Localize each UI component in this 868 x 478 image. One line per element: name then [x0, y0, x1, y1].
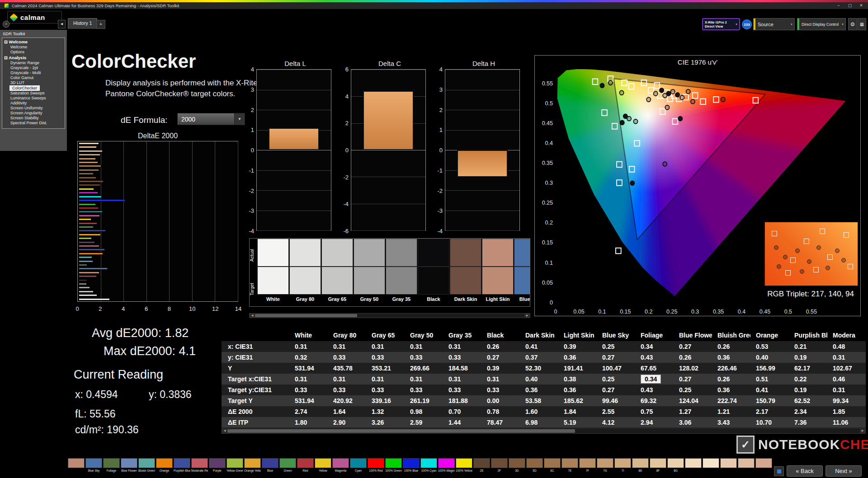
scroll-thumb[interactable] [255, 314, 357, 317]
patch-button-5d[interactable]: 5D [526, 458, 543, 473]
patch-button-100-cyan[interactable]: 100% Cyan [420, 458, 437, 473]
table-scrollbar[interactable]: ◀ ▶ [222, 428, 866, 434]
patch-button-magenta[interactable]: Magenta [332, 458, 349, 473]
meter-dropdown[interactable]: X-Rite i1Pro 2 Direct View ▼ [702, 18, 740, 30]
patch-button-yellow-green[interactable]: Yellow Green [226, 458, 243, 473]
patch-button-8g[interactable]: 8G [667, 458, 684, 473]
sidebar-item-saturation-sweeps[interactable]: Saturation Sweeps [2, 91, 65, 96]
patch-button-7g[interactable]: 7G [597, 458, 613, 473]
patch-button-orange-yellow[interactable]: Orange Yellow [244, 458, 261, 473]
patch-button-moderate-red[interactable]: Moderate Red [191, 458, 208, 473]
patch-button-100-green[interactable]: 100% Green [385, 458, 402, 473]
patch-button-6c[interactable]: 6C [544, 458, 561, 473]
workspace-options-icon[interactable]: ◎ [3, 21, 9, 28]
sidebar-item-screen-uniformity[interactable]: Screen Uniformity [2, 106, 65, 111]
patch-button-patch[interactable] [720, 458, 737, 473]
patch-button-8e[interactable]: 8E [632, 458, 649, 473]
scroll-right-button[interactable]: ▶ [524, 314, 530, 318]
display-control-dropdown[interactable]: Direct Display Control ▼ [797, 18, 846, 30]
sidebar-item-screen-angularity[interactable]: Screen Angularity [2, 111, 65, 116]
sidebar-item-grayscale-multi[interactable]: Grayscale - Multi [2, 70, 65, 75]
measured-point [620, 90, 624, 95]
patch-button-bluish-green[interactable]: Bluish Green [138, 458, 155, 473]
patch-button-green[interactable]: Green [279, 458, 296, 473]
swatch-strip-scrollbar[interactable]: ◀ ▶ [249, 313, 530, 318]
y-tick-label: 2 [345, 120, 349, 127]
sidebar-item-additivity[interactable]: Additivity [2, 101, 65, 106]
patch-button-3d[interactable]: 3D [509, 458, 525, 473]
target-color-button[interactable] [774, 466, 784, 476]
patch-button-100-blue[interactable]: 100% Blue [403, 458, 420, 473]
scroll-right-button[interactable]: ▶ [860, 429, 865, 433]
sidebar-item-3d-lut[interactable]: 3D LUT [2, 80, 65, 85]
patch-button-7i[interactable]: 7I [614, 458, 631, 473]
table-cell: 226.46 [712, 363, 750, 374]
add-tab-button[interactable]: + [96, 20, 105, 29]
patch-button-2e[interactable]: 2E [473, 458, 490, 473]
sidebar-item-screen-stability[interactable]: Screen Stability [2, 116, 65, 121]
sidebar-item-luminance-sweeps[interactable]: Luminance Sweeps [2, 96, 65, 101]
patch-button-blue-sky[interactable]: Blue Sky [85, 458, 102, 473]
patch-button-patch[interactable] [685, 458, 702, 473]
patch-button-100-red[interactable]: 100% Red [368, 458, 384, 473]
tree-section-welcome[interactable]: ⊟ Welcome [2, 39, 65, 45]
patch-button-blue[interactable]: Blue [262, 458, 278, 473]
scroll-thumb[interactable] [227, 429, 575, 433]
sidebar-item-color-gamut[interactable]: Color Gamut [2, 75, 65, 80]
patch-button-100-magenta[interactable]: 100% Magenta [438, 458, 455, 473]
patch-button-cyan[interactable]: Cyan [350, 458, 367, 473]
table-cell: 0.27 [674, 341, 712, 352]
sidebar-collapse-button[interactable]: ◀ [58, 20, 66, 28]
close-button[interactable]: ✕ [856, 2, 866, 9]
source-dropdown[interactable]: Source ▼ [753, 18, 795, 30]
patch-button-orange[interactable]: Orange [156, 458, 173, 473]
patch-button-patch[interactable] [68, 458, 85, 473]
scroll-left-button[interactable]: ◀ [222, 429, 227, 433]
delta-c-title: Delta C [352, 60, 428, 69]
patch-button-8f[interactable]: 8F [650, 458, 666, 473]
patch-button-foliage[interactable]: Foliage [103, 458, 120, 473]
patch-button-patch[interactable] [755, 458, 772, 473]
patch-button-purple[interactable]: Purple [209, 458, 226, 473]
tab-history-1[interactable]: History 1 [68, 18, 97, 29]
table-cell: 3.43 [712, 417, 750, 428]
patch-button-7f[interactable]: 7F [579, 458, 596, 473]
sidebar-item-colorchecker[interactable]: ColorChecker [9, 85, 40, 91]
patch-button-patch[interactable] [738, 458, 755, 473]
selected-cell-value[interactable]: 0.34 [641, 375, 661, 384]
sidebar-item-dynamic-range[interactable]: Dynamic Range [2, 61, 65, 66]
x-tick-label: 0.5 [784, 309, 792, 315]
patch-button-patch[interactable] [703, 458, 719, 473]
patch-button-red[interactable]: Red [297, 458, 314, 473]
sidebar-item-grayscale-2pt[interactable]: Grayscale - 2pt [2, 66, 65, 70]
scroll-track[interactable] [227, 429, 860, 433]
sidebar-item-welcome[interactable]: Welcome [2, 45, 65, 50]
patch-button-100-yellow[interactable]: 100% Yellow [456, 458, 472, 473]
delta-l-ylabels: 43210-1-2-3-4 [244, 69, 256, 231]
patch-swatch [174, 458, 190, 468]
minimize-button[interactable]: – [834, 2, 844, 9]
scroll-track[interactable] [255, 314, 524, 318]
sidebar-item-spectral-power-dist[interactable]: Spectral Power Dist. [2, 121, 65, 126]
deltae-bar [79, 207, 99, 209]
back-button[interactable]: « Back [787, 465, 823, 477]
current-patch-inset [764, 222, 858, 286]
scroll-left-button[interactable]: ◀ [250, 314, 255, 318]
actual-swatch [257, 239, 289, 267]
x-tick-label: 8 [168, 305, 171, 312]
patch-button-2f[interactable]: 2F [491, 458, 508, 473]
layout-button[interactable]: ▦ [858, 18, 866, 30]
patch-button-blue-flower[interactable]: Blue Flower [121, 458, 137, 473]
patch-button-purplish-blue[interactable]: Purplish Blue [174, 458, 190, 473]
patch-swatch [403, 458, 420, 468]
sidebar-item-options[interactable]: Options [2, 50, 65, 55]
settings-button[interactable]: ⚙ [848, 18, 857, 30]
tree-section-analysis[interactable]: ⊟ Analysis [2, 55, 65, 61]
patch-label: Moderate Red [191, 469, 208, 473]
patch-button-yellow[interactable]: Yellow [315, 458, 331, 473]
next-button[interactable]: Next » [826, 465, 862, 477]
patch-button-7e[interactable]: 7E [561, 458, 578, 473]
de-formula-dropdown[interactable]: 2000 ▼ [177, 113, 245, 125]
table-cell: 191.41 [558, 363, 597, 374]
maximize-button[interactable]: ▢ [845, 2, 855, 9]
